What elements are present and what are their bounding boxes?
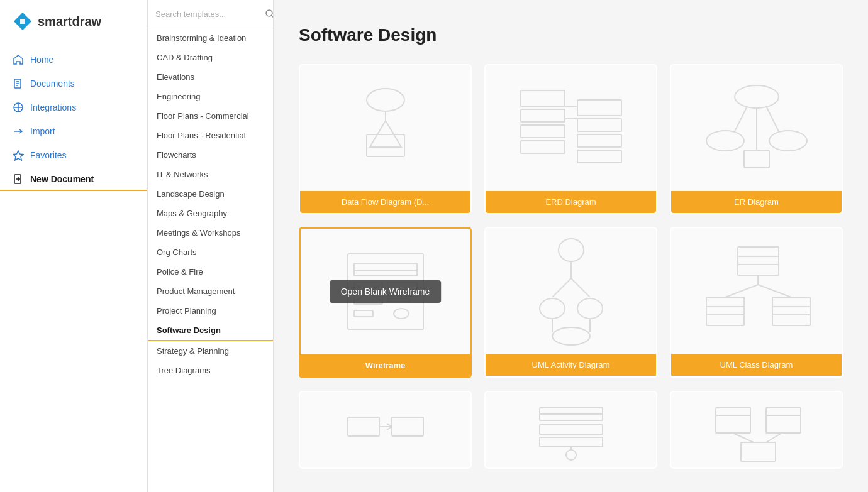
sidebar: smartdraw Home Documents Integrations Im…: [0, 0, 148, 492]
sidebar-item-home[interactable]: Home: [0, 48, 147, 72]
svg-marker-5: [13, 151, 23, 160]
svg-line-77: [733, 433, 754, 442]
svg-rect-76: [741, 442, 776, 461]
svg-rect-61: [348, 417, 379, 436]
template-card-partial2[interactable]: [484, 391, 657, 469]
category-item-project-planning[interactable]: Project Planning: [148, 301, 273, 320]
category-item-police-fire[interactable]: Police & Fire: [148, 262, 273, 282]
template-card-dfd[interactable]: Data Flow Diagram (D...: [299, 64, 472, 214]
svg-rect-14: [521, 125, 565, 138]
svg-rect-49: [738, 247, 779, 275]
svg-rect-12: [521, 90, 565, 106]
svg-rect-69: [540, 437, 603, 447]
svg-point-70: [566, 450, 576, 460]
favorites-icon: [13, 150, 24, 161]
svg-rect-74: [766, 408, 801, 433]
svg-point-24: [769, 131, 807, 151]
svg-rect-9: [367, 134, 404, 156]
svg-rect-72: [716, 408, 750, 433]
svg-rect-30: [354, 263, 417, 276]
template-card-wireframe[interactable]: Open Blank WireframeWireframe: [299, 227, 472, 378]
svg-rect-2: [20, 19, 25, 24]
card-preview-erd: [486, 65, 656, 191]
new-doc-icon: [13, 173, 24, 185]
card-label-dfd: Data Flow Diagram (D...: [300, 191, 470, 213]
svg-rect-68: [540, 425, 603, 434]
template-card-uml-class[interactable]: UML Class Diagram: [670, 227, 843, 378]
card-label-er: ER Diagram: [671, 191, 842, 213]
logo-text: smartdraw: [38, 14, 101, 29]
card-preview-partial3: [671, 392, 842, 467]
svg-point-45: [577, 298, 603, 319]
sidebar-item-documents[interactable]: Documents: [0, 72, 147, 96]
template-card-partial3[interactable]: [670, 391, 843, 469]
category-item-elevations[interactable]: Elevations: [148, 67, 273, 87]
sidebar-item-favorites[interactable]: Favorites: [0, 143, 147, 167]
category-item-flowcharts[interactable]: Flowcharts: [148, 145, 273, 165]
card-preview-partial2: [486, 392, 656, 467]
svg-rect-36: [387, 293, 417, 296]
card-preview-wireframe: Open Blank Wireframe: [301, 229, 470, 354]
svg-rect-37: [387, 298, 409, 302]
sidebar-item-new-document[interactable]: New Document: [0, 167, 147, 191]
card-preview-er: [671, 65, 842, 191]
home-icon: [13, 54, 24, 65]
category-item-meetings[interactable]: Meetings & Workshops: [148, 223, 273, 243]
svg-rect-38: [354, 310, 373, 317]
svg-line-26: [735, 106, 747, 131]
category-item-landscape[interactable]: Landscape Design: [148, 184, 273, 204]
svg-point-8: [367, 89, 404, 111]
category-item-floor-plans-commercial[interactable]: Floor Plans - Commercial: [148, 106, 273, 126]
category-item-org-charts[interactable]: Org Charts: [148, 243, 273, 262]
documents-icon: [13, 78, 24, 89]
svg-rect-15: [521, 141, 565, 153]
template-card-uml-activity[interactable]: UML Activity Diagram: [484, 227, 657, 378]
card-label-uml-class: UML Class Diagram: [671, 354, 842, 376]
card-preview-partial1: [300, 392, 470, 467]
svg-line-60: [758, 285, 791, 297]
category-item-strategy[interactable]: Strategy & Planning: [148, 341, 273, 361]
sidebar-item-import[interactable]: Import: [0, 119, 147, 143]
search-bar: [148, 0, 273, 28]
category-item-it-networks[interactable]: IT & Networks: [148, 165, 273, 184]
category-list: Brainstorming & IdeationCAD & DraftingEl…: [148, 28, 273, 380]
svg-point-44: [540, 298, 565, 319]
category-item-product-management[interactable]: Product Management: [148, 282, 273, 301]
search-icon: [265, 9, 274, 19]
svg-line-59: [725, 285, 758, 297]
template-card-partial1[interactable]: [299, 391, 472, 469]
svg-line-27: [766, 106, 779, 131]
page-title: Software Design: [299, 25, 843, 45]
category-item-tree-diagrams[interactable]: Tree Diagrams: [148, 361, 273, 380]
svg-rect-19: [577, 150, 621, 163]
category-item-software-design[interactable]: Software Design: [148, 320, 273, 341]
svg-point-22: [735, 85, 779, 108]
svg-rect-35: [387, 282, 417, 290]
category-item-cad[interactable]: CAD & Drafting: [148, 48, 273, 67]
main-content: Software Design Data Flow Diagram (D... …: [274, 0, 868, 492]
card-preview-uml-activity: [486, 228, 656, 354]
svg-point-40: [559, 239, 584, 261]
logo: smartdraw: [0, 0, 147, 43]
search-button[interactable]: [265, 9, 274, 19]
sidebar-navigation: Home Documents Integrations Import Favor…: [0, 43, 147, 196]
svg-rect-16: [577, 100, 621, 116]
category-item-floor-plans-residential[interactable]: Floor Plans - Residential: [148, 126, 273, 145]
svg-rect-18: [577, 134, 621, 147]
category-item-engineering[interactable]: Engineering: [148, 87, 273, 106]
svg-point-48: [552, 327, 590, 345]
svg-point-23: [706, 131, 744, 151]
search-input[interactable]: [155, 9, 261, 19]
category-item-brainstorming[interactable]: Brainstorming & Ideation: [148, 28, 273, 48]
svg-rect-29: [348, 254, 423, 329]
template-card-erd[interactable]: ERD Diagram: [484, 64, 657, 214]
svg-line-78: [766, 433, 782, 442]
svg-line-43: [571, 278, 590, 297]
card-label-erd: ERD Diagram: [486, 191, 656, 213]
category-item-maps[interactable]: Maps & Geography: [148, 204, 273, 223]
svg-rect-13: [521, 109, 565, 122]
sidebar-item-integrations[interactable]: Integrations: [0, 96, 147, 119]
template-card-er[interactable]: ER Diagram: [670, 64, 843, 214]
card-label-wireframe: Wireframe: [301, 354, 470, 376]
svg-line-42: [552, 278, 571, 297]
